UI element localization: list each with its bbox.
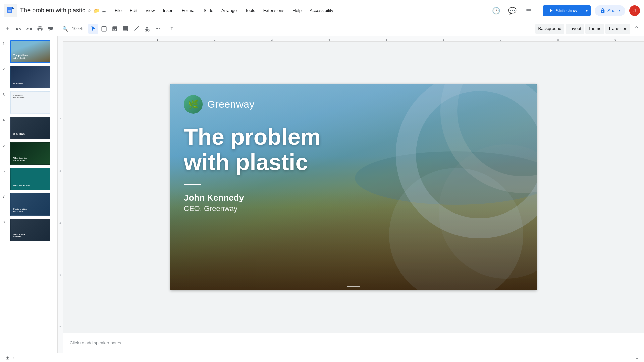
slide-content: The problem with plastic John Kennedy CE… <box>184 124 321 213</box>
line-tool[interactable] <box>131 24 141 34</box>
separator-2 <box>86 25 86 32</box>
folder-icon[interactable]: 📁 <box>94 8 99 13</box>
slideshow-group: Slideshow ▾ <box>543 5 591 16</box>
ruler-mark-2: 2 <box>186 38 244 41</box>
menu-insert[interactable]: Insert <box>159 7 177 14</box>
slide-item-7[interactable]: 7 Plastic is killingour oceans <box>0 192 57 217</box>
slide-thumb-1[interactable]: The problemwith plastic <box>10 40 50 63</box>
select-tool[interactable] <box>88 24 98 34</box>
transition-button[interactable]: Transition <box>605 24 630 34</box>
shape-tool[interactable] <box>99 24 109 34</box>
slides-panel-toggle[interactable]: ‹ <box>12 355 14 360</box>
slide-item-5[interactable]: 5 What does thefuture hold? <box>0 141 57 166</box>
user-avatar[interactable]: J <box>629 5 640 16</box>
slide-number-8: 8 <box>3 219 7 224</box>
separator-1 <box>58 25 58 32</box>
theme-button[interactable]: Theme <box>585 24 604 34</box>
slide-thumb-8[interactable]: What are thebenefits? <box>10 219 50 241</box>
separator-3 <box>165 25 165 32</box>
left-ruler: 123456 <box>58 36 63 353</box>
slides-grid-icon[interactable]: ⊞ <box>5 354 10 361</box>
layout-button[interactable]: Layout <box>566 24 584 34</box>
slide-author-role: CEO, Greenway <box>184 204 321 213</box>
toolbar-collapse-button[interactable]: ⌃ <box>631 24 641 34</box>
doc-title[interactable]: The problem with plastic <box>20 7 85 14</box>
redo-button[interactable] <box>24 24 34 34</box>
menu-accessibility[interactable]: Accessibility <box>306 7 337 14</box>
slide-number-7: 7 <box>3 193 7 198</box>
image-tool[interactable] <box>110 24 120 34</box>
notes-area[interactable]: Click to add speaker notes <box>63 333 644 353</box>
slide-thumb-6[interactable]: What can we do? <box>10 168 50 190</box>
slide-thumb-5[interactable]: What does thefuture hold? <box>10 142 50 165</box>
canvas-inner: 1 2 3 4 5 6 7 8 9 <box>63 36 644 353</box>
slide-thumb-2[interactable]: Our ocean <box>10 66 50 88</box>
ruler-mark-5: 5 <box>358 38 415 41</box>
menu-view[interactable]: View <box>142 7 158 14</box>
slideshow-dropdown-button[interactable]: ▾ <box>583 5 591 16</box>
comment-tool[interactable] <box>120 24 130 34</box>
menu-arrange[interactable]: Arrange <box>218 7 240 14</box>
slideshow-button[interactable]: Slideshow <box>543 5 583 16</box>
print-button[interactable] <box>35 24 45 34</box>
menu-bar: File Edit View Insert Format Slide Arran… <box>111 7 337 14</box>
slide-wrapper[interactable]: 🌿 Greenway The problem with plastic John… <box>63 42 644 333</box>
app-logo[interactable] <box>4 4 17 17</box>
slide-number-6: 6 <box>3 168 7 173</box>
slide-item-1[interactable]: 1 The problemwith plastic <box>0 39 57 64</box>
comments-button[interactable]: 💬 <box>506 5 519 17</box>
menu-file[interactable]: File <box>111 7 125 14</box>
slide-thumb-4[interactable]: 8 billion <box>10 117 50 139</box>
notes-placeholder[interactable]: Click to add speaker notes <box>70 340 121 345</box>
slide-item-8[interactable]: 8 What are thebenefits? <box>0 217 57 243</box>
slide-number-5: 5 <box>3 142 7 147</box>
slide-number-1: 1 <box>3 40 7 46</box>
topbar: The problem with plastic ☆ 📁 ☁ File Edit… <box>0 0 644 21</box>
menu-extensions[interactable]: Extensions <box>260 7 288 14</box>
ruler-mark-7: 7 <box>472 38 530 41</box>
star-icon[interactable]: ☆ <box>87 8 92 13</box>
slide-thumb-3[interactable]: So what isthe problem? <box>10 91 50 114</box>
slide-title-line1: The problem <box>184 124 321 149</box>
statusbar-collapse[interactable]: ⌄ <box>635 355 639 360</box>
slide-thumb-content-4: 8 billion <box>11 117 50 139</box>
background-button[interactable]: Background <box>535 24 564 34</box>
history-button[interactable]: 🕐 <box>490 5 502 17</box>
more-tools[interactable] <box>153 24 163 34</box>
slide-position-indicator: — <box>626 355 631 361</box>
menu-edit[interactable]: Edit <box>126 7 141 14</box>
slide-thumb-content-5: What does thefuture hold? <box>11 143 50 164</box>
slide-thumb-content-3: So what isthe problem? <box>11 92 50 113</box>
slide-canvas[interactable]: 🌿 Greenway The problem with plastic John… <box>170 84 537 290</box>
toolbar: + 🔍 100% T Background Layout Theme Trans… <box>0 21 644 36</box>
menu-tools[interactable]: Tools <box>241 7 258 14</box>
slide-item-6[interactable]: 6 What can we do? <box>0 166 57 192</box>
toolbar-right-buttons: Background Layout Theme Transition ⌃ <box>535 24 641 34</box>
view-button[interactable] <box>523 5 535 17</box>
horizontal-ruler: 1 2 3 4 5 6 7 8 9 <box>63 36 644 42</box>
brand-name: Greenway <box>207 99 255 110</box>
cloud-icon[interactable]: ☁ <box>101 8 106 13</box>
slide-thumb-7[interactable]: Plastic is killingour oceans <box>10 193 50 216</box>
slide-item-2[interactable]: 2 Our ocean <box>0 64 57 90</box>
share-button[interactable]: Share <box>595 5 625 16</box>
menu-slide[interactable]: Slide <box>200 7 217 14</box>
ruler-mark-1: 1 <box>129 38 186 41</box>
undo-button[interactable] <box>13 24 23 34</box>
menu-help[interactable]: Help <box>289 7 305 14</box>
slide-item-4[interactable]: 4 8 billion <box>0 115 57 141</box>
zoom-out-button[interactable]: 🔍 <box>60 24 70 34</box>
slide-divider <box>184 184 201 185</box>
paint-format-button[interactable] <box>46 24 56 34</box>
textbox-tool[interactable]: T <box>167 24 177 34</box>
add-button[interactable]: + <box>3 24 13 34</box>
brand-logo-icon: 🌿 <box>184 95 203 114</box>
slide-item-3[interactable]: 3 So what isthe problem? <box>0 90 57 115</box>
slides-panel: 1 The problemwith plastic 2 Our ocean 3 <box>0 36 58 353</box>
ruler-mark-4: 4 <box>301 38 358 41</box>
shapes-tool[interactable] <box>142 24 152 34</box>
menu-format[interactable]: Format <box>178 7 199 14</box>
svg-rect-6 <box>8 10 11 11</box>
slide-scroll-indicator <box>347 286 360 287</box>
zoom-value[interactable]: 100% <box>71 26 84 31</box>
